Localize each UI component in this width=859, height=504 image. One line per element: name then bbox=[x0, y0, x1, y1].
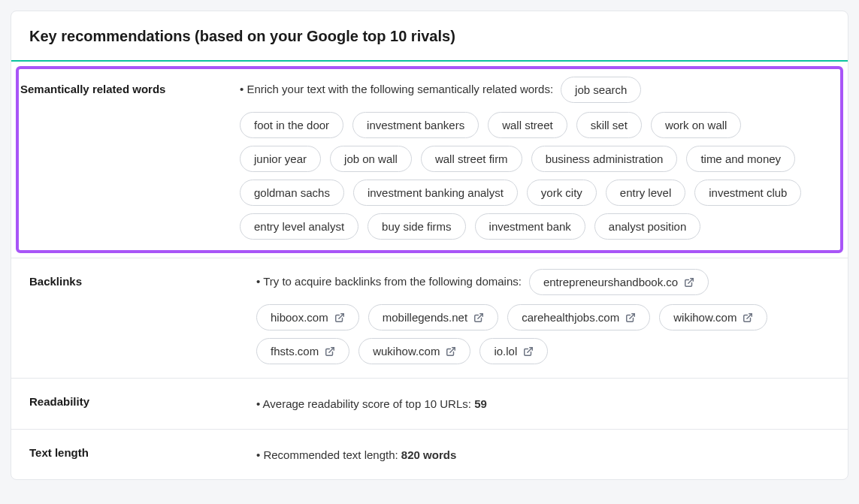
external-link-icon bbox=[473, 312, 484, 323]
backlink-domain-pill[interactable]: mobillegends.net bbox=[368, 304, 498, 330]
readability-value: 59 bbox=[474, 397, 487, 410]
svg-line-0 bbox=[688, 278, 693, 282]
section-content-backlinks: • Try to acquire backlinks from the foll… bbox=[256, 269, 834, 364]
backlink-domain-label: hiboox.com bbox=[271, 309, 328, 325]
backlink-domain-label: entrepreneurshandbook.co bbox=[543, 274, 678, 290]
svg-line-7 bbox=[528, 347, 532, 352]
section-backlinks: Backlinks • Try to acquire backlinks fro… bbox=[11, 258, 848, 378]
semantic-pill-row: foot in the door investment bankers wall… bbox=[240, 112, 830, 240]
external-link-icon bbox=[684, 277, 694, 288]
semantic-word-pill[interactable]: entry level analyst bbox=[240, 213, 358, 240]
semantic-intro-line: • Enrich your text with the following se… bbox=[240, 77, 830, 103]
section-content-textlength: • Recommended text length: 820 words bbox=[256, 440, 834, 466]
external-link-icon bbox=[625, 312, 636, 323]
backlink-domain-pill[interactable]: hiboox.com bbox=[256, 304, 359, 330]
svg-line-1 bbox=[339, 313, 343, 318]
semantic-word-pill[interactable]: work on wall bbox=[651, 112, 742, 138]
section-label-textlength: Text length bbox=[29, 440, 256, 459]
semantic-intro: • Enrich your text with the following se… bbox=[240, 79, 553, 101]
semantic-word-pill[interactable]: analyst position bbox=[594, 213, 700, 240]
textlength-text: • Recommended text length: bbox=[256, 448, 401, 461]
semantic-word-pill[interactable]: time and money bbox=[686, 146, 795, 172]
backlink-domain-pill[interactable]: entrepreneurshandbook.co bbox=[529, 269, 709, 295]
semantic-word-pill[interactable]: wall street firm bbox=[421, 146, 522, 172]
semantic-word-pill[interactable]: junior year bbox=[240, 146, 321, 172]
semantic-word-pill[interactable]: entry level bbox=[606, 180, 685, 206]
section-readability: Readability • Average readability score … bbox=[11, 379, 848, 429]
backlink-domain-label: fhsts.com bbox=[271, 343, 319, 359]
semantic-word-pill[interactable]: goldman sachs bbox=[240, 180, 344, 206]
backlink-domain-label: io.lol bbox=[494, 343, 517, 359]
readability-text: • Average readability score of top 10 UR… bbox=[256, 397, 474, 410]
backlink-domain-label: carehealthjobs.com bbox=[522, 309, 619, 325]
semantic-word-pill[interactable]: investment bank bbox=[475, 213, 585, 240]
semantic-word-pill[interactable]: buy side firms bbox=[367, 213, 466, 240]
backlink-domain-label: wukihow.com bbox=[373, 343, 440, 359]
semantic-word-pill[interactable]: investment club bbox=[694, 180, 801, 206]
backlink-domain-label: wikihow.com bbox=[673, 309, 737, 325]
semantic-word-pill[interactable]: york city bbox=[527, 180, 597, 206]
textlength-value: 820 words bbox=[401, 448, 456, 461]
external-link-icon bbox=[446, 346, 456, 357]
backlink-domain-pill[interactable]: fhsts.com bbox=[256, 338, 349, 364]
svg-line-2 bbox=[478, 313, 482, 318]
section-content-semantic: • Enrich your text with the following se… bbox=[240, 77, 830, 240]
backlinks-pill-row: hiboox.com mobillegends.net carehealthjo… bbox=[256, 304, 834, 364]
semantic-word-pill[interactable]: job on wall bbox=[330, 146, 412, 172]
backlink-domain-pill[interactable]: wukihow.com bbox=[358, 338, 470, 364]
section-textlength: Text length • Recommended text length: 8… bbox=[11, 430, 848, 480]
semantic-word-pill[interactable]: skill set bbox=[576, 112, 642, 138]
semantic-word-pill[interactable]: foot in the door bbox=[240, 112, 343, 138]
backlink-domain-pill[interactable]: wikihow.com bbox=[659, 304, 767, 330]
semantic-word-pill[interactable]: business administration bbox=[531, 146, 678, 172]
recommendations-card: Key recommendations (based on your Googl… bbox=[11, 11, 848, 480]
svg-line-5 bbox=[329, 347, 334, 352]
backlinks-intro: • Try to acquire backlinks from the foll… bbox=[256, 271, 522, 293]
section-semantic: Semantically related words • Enrich your… bbox=[19, 69, 840, 250]
card-header: Key recommendations (based on your Googl… bbox=[11, 11, 848, 62]
svg-line-6 bbox=[450, 347, 455, 352]
external-link-icon bbox=[325, 346, 335, 357]
section-label-semantic: Semantically related words bbox=[20, 77, 240, 95]
external-link-icon bbox=[334, 312, 345, 323]
semantic-word-pill[interactable]: investment banking analyst bbox=[353, 180, 518, 206]
backlink-domain-pill[interactable]: carehealthjobs.com bbox=[507, 304, 650, 330]
backlink-domain-label: mobillegends.net bbox=[383, 309, 467, 325]
semantic-word-pill[interactable]: wall street bbox=[488, 112, 567, 138]
svg-line-4 bbox=[747, 313, 752, 318]
semantic-word-pill[interactable]: job search bbox=[561, 77, 641, 103]
semantic-highlight-wrap: Semantically related words • Enrich your… bbox=[11, 62, 848, 258]
external-link-icon bbox=[743, 312, 753, 323]
section-label-readability: Readability bbox=[29, 389, 256, 408]
section-content-readability: • Average readability score of top 10 UR… bbox=[256, 389, 834, 415]
semantic-highlight-border: Semantically related words • Enrich your… bbox=[16, 66, 843, 253]
external-link-icon bbox=[523, 346, 534, 357]
semantic-word-pill[interactable]: investment bankers bbox=[352, 112, 479, 138]
backlinks-intro-line: • Try to acquire backlinks from the foll… bbox=[256, 269, 834, 295]
backlink-domain-pill[interactable]: io.lol bbox=[479, 338, 548, 364]
card-title: Key recommendations (based on your Googl… bbox=[29, 28, 830, 45]
section-label-backlinks: Backlinks bbox=[29, 269, 256, 288]
svg-line-3 bbox=[630, 313, 634, 318]
